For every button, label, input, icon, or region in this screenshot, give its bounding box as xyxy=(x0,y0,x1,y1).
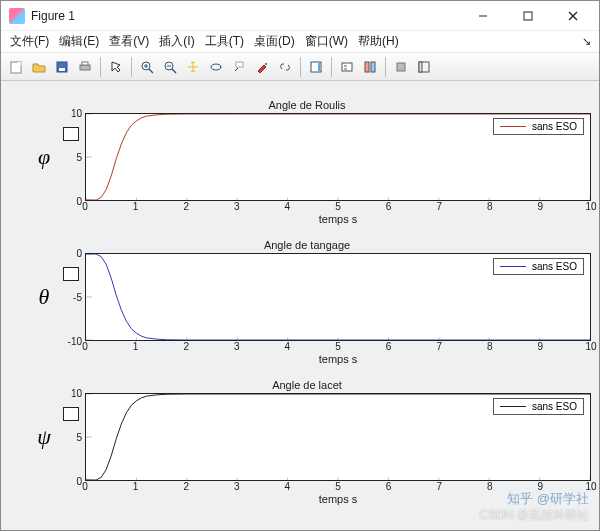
svg-line-10 xyxy=(149,69,153,73)
svg-rect-6 xyxy=(59,68,65,71)
x-tick-label: 6 xyxy=(386,341,392,352)
legend-line-icon xyxy=(500,126,526,127)
svg-rect-27 xyxy=(397,63,405,71)
colorbar-icon[interactable] xyxy=(305,56,327,78)
x-axis-label: temps s xyxy=(85,213,591,227)
x-tick-label: 8 xyxy=(487,341,493,352)
svg-rect-21 xyxy=(318,63,320,71)
axes-title: Angle de tangage xyxy=(23,239,591,253)
x-tick-label: 5 xyxy=(335,481,341,492)
axes[interactable]: sans ESO xyxy=(85,113,591,201)
legend[interactable]: sans ESO xyxy=(493,258,584,275)
axes-selector-box[interactable] xyxy=(63,407,79,421)
menu-edit[interactable]: 编辑(E) xyxy=(54,31,104,52)
axes-selector-box[interactable] xyxy=(63,127,79,141)
x-tick-label: 9 xyxy=(538,341,544,352)
x-tick-label: 0 xyxy=(82,481,88,492)
legend-line-icon xyxy=(500,266,526,267)
edit-arrow-icon[interactable] xyxy=(105,56,127,78)
svg-rect-25 xyxy=(365,62,369,72)
svg-line-18 xyxy=(235,68,238,71)
close-button[interactable] xyxy=(550,2,595,30)
y-axis-label: θ xyxy=(39,284,50,310)
x-tick-label: 0 xyxy=(82,201,88,212)
x-tick-label: 1 xyxy=(133,481,139,492)
x-tick-label: 8 xyxy=(487,201,493,212)
new-figure-icon[interactable] xyxy=(5,56,27,78)
menu-tools[interactable]: 工具(T) xyxy=(200,31,249,52)
dock-pin-icon[interactable]: ↘ xyxy=(582,35,595,48)
x-tick-label: 6 xyxy=(386,201,392,212)
svg-rect-1 xyxy=(524,12,532,20)
x-tick-label: 2 xyxy=(183,341,189,352)
pan-icon[interactable] xyxy=(182,56,204,78)
legend[interactable]: sans ESO xyxy=(493,118,584,135)
axes[interactable]: sans ESO xyxy=(85,253,591,341)
maximize-button[interactable] xyxy=(505,2,550,30)
title-bar[interactable]: Figure 1 xyxy=(1,1,599,31)
x-tick-label: 7 xyxy=(436,481,442,492)
x-tick-label: 9 xyxy=(538,201,544,212)
x-tick-label: 5 xyxy=(335,341,341,352)
legend-label: sans ESO xyxy=(532,121,577,132)
figure-window: Figure 1 文件(F) 编辑(E) 查看(V) 插入(I) 工具(T) 桌… xyxy=(0,0,600,531)
x-tick-label: 7 xyxy=(436,341,442,352)
legend-label: sans ESO xyxy=(532,261,577,272)
svg-rect-7 xyxy=(80,65,90,70)
y-tick-label: 0 xyxy=(76,196,82,207)
plot-tools-icon[interactable] xyxy=(359,56,381,78)
rotate3d-icon[interactable] xyxy=(205,56,227,78)
hide-tools-icon[interactable] xyxy=(390,56,412,78)
menu-desktop[interactable]: 桌面(D) xyxy=(249,31,300,52)
menu-file[interactable]: 文件(F) xyxy=(5,31,54,52)
menu-help[interactable]: 帮助(H) xyxy=(353,31,404,52)
watermark-csdn: CSDN @荔枝科研社 xyxy=(479,507,589,524)
watermark-zhihu: 知乎 @研学社 xyxy=(507,490,589,508)
legend-icon[interactable] xyxy=(336,56,358,78)
brush-icon[interactable] xyxy=(251,56,273,78)
zoom-in-icon[interactable] xyxy=(136,56,158,78)
y-tick-label: 0 xyxy=(76,476,82,487)
x-axis-label: temps s xyxy=(85,353,591,367)
menu-view[interactable]: 查看(V) xyxy=(104,31,154,52)
menu-insert[interactable]: 插入(I) xyxy=(154,31,199,52)
window-title: Figure 1 xyxy=(31,9,460,23)
x-tick-label: 4 xyxy=(285,341,291,352)
legend[interactable]: sans ESO xyxy=(493,398,584,415)
x-tick-label: 3 xyxy=(234,201,240,212)
y-tick-label: 5 xyxy=(76,152,82,163)
axes[interactable]: sans ESO xyxy=(85,393,591,481)
svg-rect-17 xyxy=(236,62,243,67)
subplot-0[interactable]: Angle de Roulisφ0510sans ESO012345678910… xyxy=(23,99,591,227)
subplot-1[interactable]: Angle de tangageθ-10-50sans ESO012345678… xyxy=(23,239,591,367)
y-tick-label: 5 xyxy=(76,432,82,443)
y-axis-label: φ xyxy=(38,144,50,170)
menu-window[interactable]: 窗口(W) xyxy=(300,31,353,52)
subplot-2[interactable]: Angle de lacetψ0510sans ESO012345678910t… xyxy=(23,379,591,507)
svg-rect-29 xyxy=(419,62,422,72)
y-tick-label: 10 xyxy=(71,388,82,399)
x-tick-label: 7 xyxy=(436,201,442,212)
x-tick-label: 10 xyxy=(585,341,596,352)
open-icon[interactable] xyxy=(28,56,50,78)
figure-canvas[interactable]: Angle de Roulisφ0510sans ESO012345678910… xyxy=(1,81,599,530)
x-tick-label: 10 xyxy=(585,201,596,212)
show-tools-icon[interactable] xyxy=(413,56,435,78)
x-tick-label: 0 xyxy=(82,341,88,352)
y-axis-label: ψ xyxy=(37,424,51,450)
y-tick-label: 0 xyxy=(76,248,82,259)
svg-rect-22 xyxy=(342,63,352,71)
menu-bar: 文件(F) 编辑(E) 查看(V) 插入(I) 工具(T) 桌面(D) 窗口(W… xyxy=(1,31,599,53)
data-cursor-icon[interactable] xyxy=(228,56,250,78)
save-icon[interactable] xyxy=(51,56,73,78)
y-tick-label: 10 xyxy=(71,108,82,119)
axes-title: Angle de lacet xyxy=(23,379,591,393)
print-icon[interactable] xyxy=(74,56,96,78)
axes-selector-box[interactable] xyxy=(63,267,79,281)
link-data-icon[interactable] xyxy=(274,56,296,78)
svg-point-19 xyxy=(265,63,267,65)
zoom-out-icon[interactable] xyxy=(159,56,181,78)
tool-bar xyxy=(1,53,599,81)
minimize-button[interactable] xyxy=(460,2,505,30)
x-tick-label: 3 xyxy=(234,341,240,352)
